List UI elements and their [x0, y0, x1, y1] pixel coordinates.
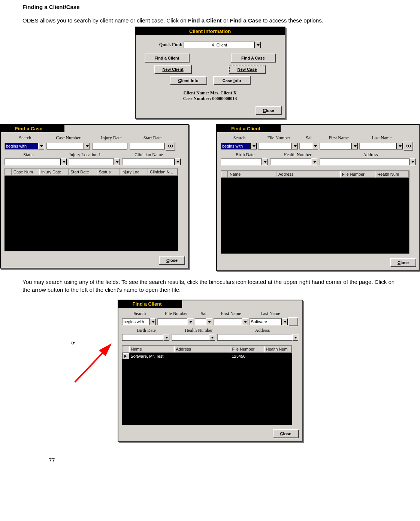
birth-date-input[interactable]	[221, 158, 262, 165]
address-input[interactable]	[320, 158, 410, 165]
dropdown-arrow-icon[interactable]	[114, 158, 120, 165]
label-sal: Sal	[195, 311, 212, 316]
results-grid[interactable]	[4, 176, 178, 251]
start-date-input[interactable]	[130, 143, 165, 149]
dropdown-arrow-icon[interactable]	[209, 334, 215, 341]
dropdown-arrow-icon[interactable]	[187, 318, 193, 325]
col-name[interactable]: Name	[129, 346, 174, 352]
dropdown-arrow-icon[interactable]	[61, 158, 67, 165]
dropdown-arrow-icon[interactable]	[262, 158, 268, 165]
health-number-input[interactable]	[270, 158, 311, 165]
scrollbar[interactable]	[409, 170, 416, 254]
row-open-arrow[interactable]	[123, 353, 129, 359]
dropdown-arrow-icon[interactable]	[150, 318, 156, 325]
client-info-button[interactable]: Client Info	[170, 76, 207, 85]
first-name-input[interactable]	[320, 143, 352, 149]
dropdown-arrow-icon[interactable]	[282, 318, 288, 325]
label-health-number: Health Number	[171, 328, 227, 333]
client-name-value: Mrs. Client X	[210, 90, 236, 96]
col-injury-date[interactable]: Injury Date	[39, 169, 69, 175]
table-row[interactable]: Software, Mr. Test 123456	[123, 353, 291, 359]
address-input[interactable]	[217, 334, 292, 341]
label-health-number: Health Number	[269, 152, 326, 158]
dropdown-arrow-icon[interactable]	[292, 334, 298, 341]
col-health-num[interactable]: Health Num	[264, 346, 291, 352]
col-case-num[interactable]: Case Num	[12, 169, 39, 175]
birth-date-input[interactable]	[122, 334, 163, 341]
dialog-titlebar: Find a Client	[118, 300, 182, 308]
status-select[interactable]	[4, 158, 61, 165]
new-client-button[interactable]: New Client	[154, 65, 192, 74]
case-number-value: 00000000013	[212, 96, 237, 101]
dropdown-arrow-icon[interactable]	[175, 158, 181, 165]
file-number-input[interactable]	[157, 318, 187, 325]
col-status[interactable]: Status	[97, 169, 120, 175]
results-grid[interactable]	[221, 178, 409, 254]
quick-find-dropdown-arrow[interactable]	[255, 42, 261, 48]
col-injury-loc[interactable]: Injury Loc	[120, 169, 148, 175]
dropdown-arrow-icon[interactable]	[163, 334, 169, 341]
col-address[interactable]: Address	[277, 171, 340, 178]
col-file-number[interactable]: File Number	[230, 346, 264, 352]
dropdown-arrow-icon[interactable]	[38, 143, 44, 149]
label-file-number: File Number	[258, 135, 299, 141]
label-birth-date: Birth Date	[122, 328, 171, 333]
close-button[interactable]: Close	[390, 258, 416, 267]
injury-location-select[interactable]	[69, 158, 114, 165]
find-a-client-button[interactable]: Find a Client	[145, 54, 190, 63]
scrollbar[interactable]	[292, 345, 298, 425]
cell-file-number: 123456	[230, 354, 264, 359]
last-name-input[interactable]	[359, 143, 397, 149]
health-number-input[interactable]	[172, 334, 209, 341]
cell-address	[174, 354, 230, 359]
dropdown-arrow-icon[interactable]	[410, 158, 416, 165]
dropdown-arrow-icon[interactable]	[312, 143, 318, 149]
label-first-name: First Name	[212, 311, 250, 316]
binoculars-icon[interactable]	[288, 317, 298, 326]
file-number-input[interactable]	[258, 143, 292, 149]
col-start-date[interactable]: Start Date	[69, 169, 97, 175]
dropdown-arrow-icon[interactable]	[84, 143, 90, 149]
search-mode-select[interactable]: begins with	[4, 143, 38, 149]
dropdown-arrow-icon[interactable]	[251, 143, 257, 149]
label-last-name: Last Name	[250, 311, 291, 316]
svg-rect-9	[73, 342, 75, 343]
col-address[interactable]: Address	[174, 346, 230, 352]
col-file-number[interactable]: File Number	[340, 171, 375, 178]
label-search: Search	[221, 135, 258, 141]
dropdown-arrow-icon[interactable]	[206, 318, 212, 325]
dropdown-arrow-icon[interactable]	[242, 318, 248, 325]
dropdown-arrow-icon[interactable]	[311, 158, 317, 165]
dropdown-arrow-icon[interactable]	[397, 143, 403, 149]
quick-find-input[interactable]: X, Client	[184, 42, 255, 48]
scrollbar[interactable]	[178, 168, 184, 251]
case-number-input[interactable]	[46, 143, 84, 149]
label-clinician-name: Clinician Name	[117, 152, 181, 158]
col-name[interactable]: Name	[228, 171, 277, 178]
intro-paragraph: ODES allows you to search by client name…	[22, 17, 398, 24]
label-case-number: Case Number	[46, 135, 91, 141]
close-button[interactable]: Close	[256, 106, 282, 115]
find-a-case-button[interactable]: Find A Case	[231, 54, 276, 63]
sal-select[interactable]	[195, 318, 206, 325]
close-button[interactable]: Close	[273, 429, 299, 438]
col-health-num[interactable]: Health Num	[375, 171, 409, 178]
dropdown-arrow-icon[interactable]	[352, 143, 358, 149]
first-name-input[interactable]	[214, 318, 242, 325]
search-mode-select[interactable]: begins with	[221, 143, 251, 149]
results-grid[interactable]: Software, Mr. Test 123456	[122, 353, 292, 425]
clinician-select[interactable]	[122, 158, 175, 165]
col-clinician[interactable]: Clinician N...	[148, 169, 178, 175]
sal-select[interactable]	[299, 143, 312, 149]
binoculars-icon[interactable]	[404, 142, 413, 151]
new-case-button[interactable]: New Case	[229, 65, 266, 74]
find-a-client-dialog-results: Find a Client Search File Number Sal Fir…	[118, 300, 303, 442]
close-button[interactable]: Close	[159, 256, 185, 265]
cell-name: Software, Mr. Test	[129, 354, 174, 359]
search-mode-select[interactable]: begins with	[122, 318, 150, 325]
last-name-input[interactable]: Software	[250, 318, 282, 325]
case-info-button[interactable]: Case Info	[213, 76, 251, 85]
binoculars-icon[interactable]	[166, 142, 175, 151]
injury-date-input[interactable]	[92, 143, 127, 149]
dropdown-arrow-icon[interactable]	[292, 143, 298, 149]
